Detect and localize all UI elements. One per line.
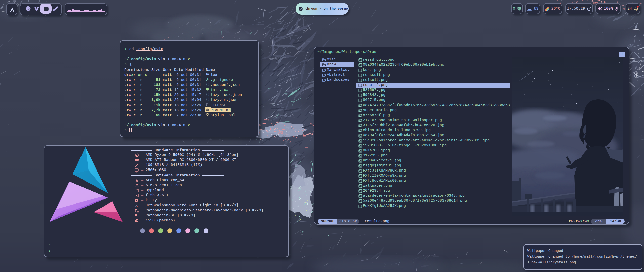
svg-text:git: git — [206, 78, 209, 81]
svg-text:A: A — [135, 204, 138, 208]
svg-text:{}: {} — [206, 97, 209, 101]
svg-text:{}: {} — [206, 82, 209, 86]
svg-text:{}: {} — [206, 92, 209, 96]
